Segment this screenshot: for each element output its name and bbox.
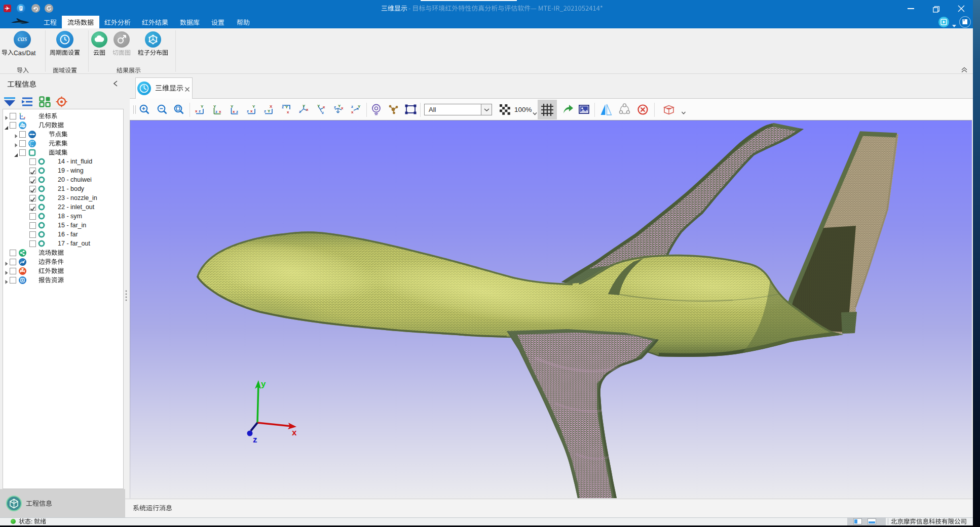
svg-text:y: y	[261, 379, 266, 389]
svg-text:z: z	[253, 435, 257, 444]
svg-text:x: x	[24, 116, 26, 119]
svg-text:Y: Y	[358, 104, 361, 109]
svg-text:x: x	[195, 109, 198, 113]
svg-text:z: z	[21, 114, 23, 117]
svg-text:Y: Y	[252, 104, 255, 109]
svg-text:z: z	[282, 105, 284, 109]
svg-text:Y: Y	[285, 105, 288, 109]
svg-text:x: x	[351, 110, 354, 114]
svg-text:z: z	[215, 109, 217, 114]
svg-text:x: x	[323, 105, 325, 109]
svg-text:x: x	[287, 110, 289, 114]
svg-text:Y: Y	[268, 109, 271, 113]
svg-text:z: z	[322, 110, 324, 115]
svg-text:z: z	[236, 109, 238, 114]
svg-text:Y: Y	[317, 104, 320, 108]
svg-text:z: z	[351, 104, 353, 109]
svg-text:X: X	[270, 104, 273, 109]
svg-text:z: z	[264, 109, 266, 113]
svg-text:z: z	[334, 105, 336, 109]
svg-text:Y: Y	[231, 104, 234, 109]
svg-text:x: x	[341, 106, 344, 110]
svg-text:x: x	[219, 109, 221, 114]
svg-text:z: z	[299, 109, 301, 114]
svg-text:x: x	[233, 109, 235, 114]
svg-text:x: x	[292, 428, 297, 437]
svg-text:x: x	[250, 109, 253, 113]
svg-text:z: z	[247, 109, 249, 113]
svg-text:x: x	[306, 107, 309, 112]
svg-text:Y: Y	[303, 104, 306, 108]
svg-text:Y: Y	[213, 104, 216, 109]
svg-text:Y: Y	[201, 104, 204, 109]
svg-text:z: z	[199, 109, 201, 113]
